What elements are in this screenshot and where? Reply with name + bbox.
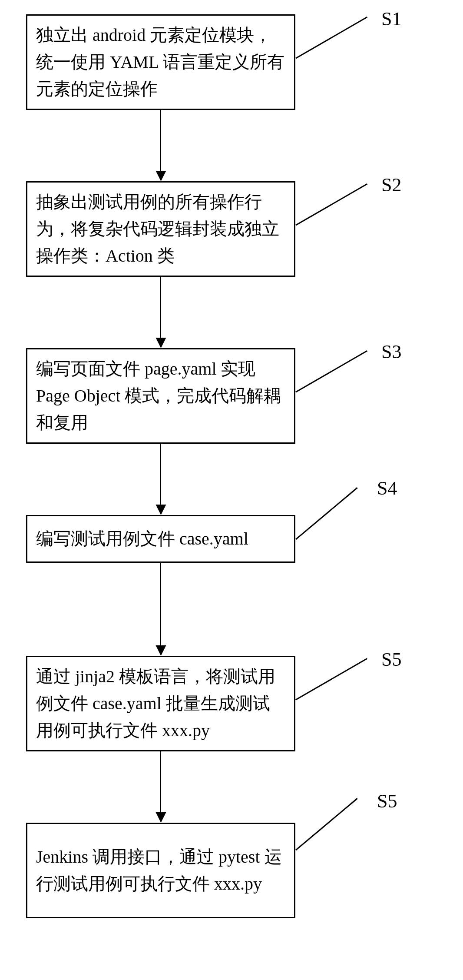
flowchart-node-text: 编写页面文件 page.yaml 实现 Page Object 模式，完成代码解… [36,355,285,436]
flowchart-node-label: S2 [381,174,401,196]
flowchart-node-text: 抽象出测试用例的所有操作行为，将复杂代码逻辑封装成独立操作类：Action 类 [36,189,285,269]
arrow-head-icon [156,338,166,348]
flowchart-canvas: 独立出 android 元素定位模块，统一使用 YAML 语言重定义所有元素的定… [0,0,463,980]
arrow-head-icon [156,505,166,515]
flowchart-arrow [160,751,161,812]
leader-line [295,183,367,226]
flowchart-node-label: S1 [381,8,401,30]
flowchart-node-text: Jenkins 调用接口，通过 pytest 运行测试用例可执行文件 xxx.p… [36,844,285,897]
flowchart-node-label: S5 [381,648,401,671]
flowchart-node: 抽象出测试用例的所有操作行为，将复杂代码逻辑封装成独立操作类：Action 类 [26,181,295,277]
flowchart-node: 独立出 android 元素定位模块，统一使用 YAML 语言重定义所有元素的定… [26,14,295,110]
flowchart-arrow [160,277,161,338]
arrow-head-icon [156,645,166,656]
flowchart-arrow [160,444,161,505]
flowchart-node-text: 通过 jinja2 模板语言，将测试用例文件 case.yaml 批量生成测试用… [36,663,285,744]
leader-line [295,658,367,701]
flowchart-node-text: 编写测试用例文件 case.yaml [36,525,248,552]
flowchart-node: Jenkins 调用接口，通过 pytest 运行测试用例可执行文件 xxx.p… [26,823,295,918]
flowchart-node-text: 独立出 android 元素定位模块，统一使用 YAML 语言重定义所有元素的定… [36,22,285,103]
leader-line [295,350,367,393]
flowchart-node-label: S5 [377,790,397,812]
flowchart-node: 编写页面文件 page.yaml 实现 Page Object 模式，完成代码解… [26,348,295,444]
flowchart-node-label: S4 [377,477,397,499]
leader-line [295,487,358,540]
flowchart-node-label: S3 [381,341,401,363]
flowchart-node: 通过 jinja2 模板语言，将测试用例文件 case.yaml 批量生成测试用… [26,656,295,751]
arrow-head-icon [156,812,166,823]
leader-line [295,17,367,59]
flowchart-arrow [160,563,161,645]
flowchart-arrow [160,110,161,171]
flowchart-node: 编写测试用例文件 case.yaml [26,515,295,563]
leader-line [295,798,358,850]
arrow-head-icon [156,171,166,181]
